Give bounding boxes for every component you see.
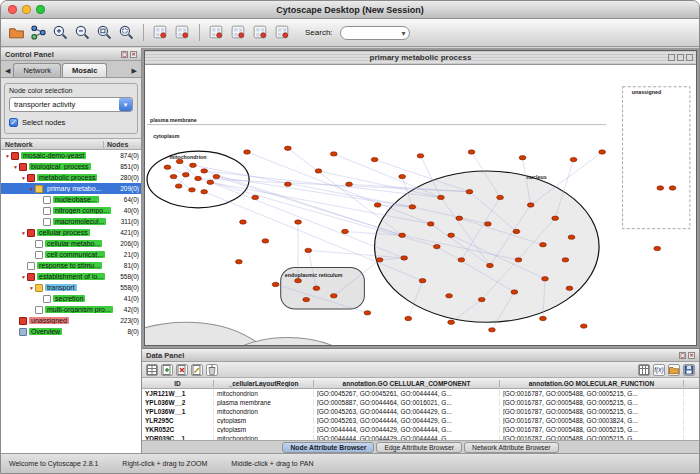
- tab-scroll-left-icon[interactable]: ◀: [3, 67, 12, 77]
- tree-row[interactable]: unassigned223(0): [1, 315, 141, 326]
- network-node[interactable]: [374, 203, 381, 207]
- select-nodes-checkbox[interactable]: ✓: [9, 118, 18, 127]
- tree-row[interactable]: multi-organism pro...42(0): [1, 304, 141, 315]
- network-node[interactable]: [519, 156, 526, 160]
- node-color-dropdown[interactable]: transporter activity ▾: [9, 97, 133, 112]
- network-node[interactable]: [284, 146, 291, 150]
- zoom-in-icon[interactable]: [51, 23, 70, 42]
- column-header[interactable]: ID: [142, 380, 214, 387]
- network-node[interactable]: [399, 174, 406, 178]
- tab-edge-attribute-browser[interactable]: Edge Attribute Browser: [376, 442, 462, 453]
- edit-attribute-icon[interactable]: [191, 364, 203, 376]
- network-tree-header[interactable]: Network Nodes: [1, 138, 141, 150]
- network-node[interactable]: [164, 165, 171, 169]
- network-graph[interactable]: plasma membranecytoplasmmitochondrionnuc…: [145, 65, 696, 345]
- network-node[interactable]: [419, 279, 426, 283]
- zoom-window-button[interactable]: [36, 5, 45, 14]
- network-node[interactable]: [438, 195, 445, 199]
- search-input[interactable]: ▾: [340, 26, 410, 40]
- network-node[interactable]: [409, 205, 416, 209]
- column-header[interactable]: annotation.GO CELLULAR_COMPONENT: [314, 380, 500, 387]
- network-node[interactable]: [315, 169, 322, 173]
- network-node[interactable]: [272, 282, 279, 286]
- network-frame-titlebar[interactable]: primary metabolic process: [145, 51, 696, 65]
- collapse-icon[interactable]: ▼: [12, 164, 19, 170]
- tab-mosaic[interactable]: Mosaic: [62, 63, 107, 77]
- network-node[interactable]: [303, 297, 310, 301]
- overview-icon[interactable]: [173, 23, 192, 42]
- network-node[interactable]: [195, 176, 202, 180]
- tab-network-attribute-browser[interactable]: Network Attribute Browser: [464, 442, 559, 453]
- select-attributes-icon[interactable]: [146, 364, 158, 376]
- network-node[interactable]: [399, 233, 406, 237]
- tree-row[interactable]: ▼metabolic process280(0): [1, 172, 141, 183]
- network-node[interactable]: [313, 286, 320, 290]
- network-node[interactable]: [542, 277, 549, 281]
- delete-row-icon[interactable]: [206, 364, 218, 376]
- frame-maximize-icon[interactable]: [677, 54, 684, 61]
- tree-row[interactable]: ▼biological_process851(0): [1, 161, 141, 172]
- network-node[interactable]: [657, 186, 664, 190]
- network-node[interactable]: [527, 203, 534, 207]
- network-node[interactable]: [511, 290, 518, 294]
- network-edge[interactable]: [247, 152, 431, 224]
- network-node[interactable]: [236, 260, 243, 264]
- float-panel-icon[interactable]: ▢: [121, 51, 128, 58]
- network-icon[interactable]: [29, 23, 48, 42]
- network-node[interactable]: [305, 248, 312, 252]
- network-node[interactable]: [417, 154, 424, 158]
- close-panel-icon[interactable]: ✕: [688, 352, 695, 359]
- tree-row[interactable]: ▼primary metabo...209(0): [1, 183, 141, 194]
- network-node[interactable]: [182, 173, 189, 177]
- network-node[interactable]: [330, 294, 337, 298]
- tab-node-attribute-browser[interactable]: Node Attribute Browser: [282, 442, 374, 453]
- network-node[interactable]: [284, 182, 291, 186]
- network-node[interactable]: [513, 229, 520, 233]
- network-node[interactable]: [599, 150, 606, 154]
- create-attribute-icon[interactable]: [161, 364, 173, 376]
- network-node[interactable]: [489, 328, 496, 332]
- collapse-icon[interactable]: ▼: [4, 153, 11, 159]
- network-node[interactable]: [376, 258, 383, 262]
- network-node[interactable]: [190, 163, 197, 167]
- tree-row[interactable]: Overview8(0): [1, 326, 141, 337]
- network-node[interactable]: [330, 152, 337, 156]
- minimize-window-button[interactable]: [22, 5, 31, 14]
- function-icon[interactable]: f(x): [653, 364, 665, 376]
- network-edge[interactable]: [210, 182, 404, 258]
- network-node[interactable]: [568, 235, 575, 239]
- network-edge[interactable]: [288, 148, 402, 235]
- tree-column-nodes[interactable]: Nodes: [104, 141, 141, 148]
- float-panel-icon[interactable]: ▢: [679, 352, 686, 359]
- tree-row[interactable]: cell communicat...21(0): [1, 249, 141, 260]
- network-node[interactable]: [364, 311, 371, 315]
- network-node[interactable]: [448, 320, 455, 324]
- network-canvas[interactable]: plasma membranecytoplasmmitochondrionnuc…: [145, 65, 696, 345]
- vizmapper-icon[interactable]: [229, 23, 248, 42]
- frame-minimize-icon[interactable]: [668, 54, 675, 61]
- network-node[interactable]: [540, 316, 547, 320]
- close-window-button[interactable]: [8, 5, 17, 14]
- tab-network[interactable]: Network: [13, 63, 61, 77]
- create-view-icon[interactable]: [151, 23, 170, 42]
- network-node[interactable]: [433, 244, 440, 248]
- tree-row[interactable]: macromolecul...311(0): [1, 216, 141, 227]
- network-edge[interactable]: [216, 177, 412, 207]
- tree-row[interactable]: secretion41(0): [1, 293, 141, 304]
- network-edge[interactable]: [334, 154, 441, 198]
- network-node[interactable]: [295, 220, 302, 224]
- tree-row[interactable]: response to stimu...81(0): [1, 260, 141, 271]
- tree-column-network[interactable]: Network: [1, 141, 104, 148]
- network-node[interactable]: [484, 222, 491, 226]
- save-table-icon[interactable]: [683, 364, 695, 376]
- network-node[interactable]: [466, 190, 473, 194]
- tree-row[interactable]: ▼establishment of lo...558(0): [1, 271, 141, 282]
- import-table-icon[interactable]: [668, 364, 680, 376]
- tree-row[interactable]: ▼transport558(0): [1, 282, 141, 293]
- network-node[interactable]: [515, 258, 522, 262]
- table-row[interactable]: YLR295Ccytoplasm[GO:0045263, GO:0044444,…: [142, 416, 699, 425]
- frame-close-icon[interactable]: [686, 54, 693, 61]
- network-node[interactable]: [478, 297, 485, 301]
- delete-attribute-icon[interactable]: [176, 364, 188, 376]
- filter-icon[interactable]: [251, 23, 270, 42]
